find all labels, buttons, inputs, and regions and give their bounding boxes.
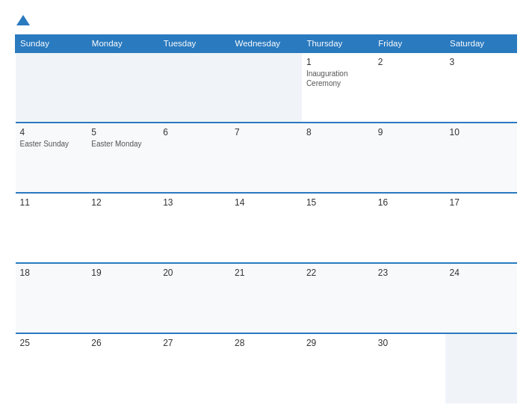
day-number: 16: [378, 197, 441, 208]
calendar-cell: 6: [158, 123, 230, 193]
calendar-cell: [230, 52, 302, 123]
calendar-cell: 20: [158, 263, 230, 333]
header: [15, 13, 517, 27]
calendar-cell: 9: [374, 123, 445, 193]
calendar-cell: 5Easter Monday: [87, 123, 158, 193]
calendar-cell: 11: [16, 193, 87, 263]
calendar-cell: [445, 333, 517, 404]
day-number: 27: [163, 338, 226, 348]
calendar-cell: 12: [87, 193, 158, 263]
calendar-cell: 22: [302, 263, 374, 333]
calendar-cell: 2: [374, 52, 445, 123]
day-number: 23: [378, 268, 441, 278]
logo: [15, 13, 30, 27]
day-number: 30: [378, 338, 441, 348]
calendar-cell: 18: [16, 263, 87, 333]
day-number: 2: [378, 57, 441, 67]
calendar-cell: 15: [302, 193, 374, 263]
event-text: Easter Sunday: [20, 140, 69, 148]
calendar-cell: 19: [87, 263, 158, 333]
logo-icon: [16, 13, 30, 27]
day-number: 28: [235, 338, 297, 348]
day-number: 14: [235, 197, 297, 208]
day-number: 9: [378, 127, 441, 137]
day-number: 25: [20, 338, 83, 348]
calendar-table: SundayMondayTuesdayWednesdayThursdayFrid…: [15, 34, 517, 404]
event-text: Easter Monday: [91, 140, 141, 148]
weekday-header-tuesday: Tuesday: [158, 35, 230, 53]
calendar-cell: 26: [87, 333, 158, 404]
calendar-cell: 3: [445, 52, 517, 123]
day-number: 15: [306, 197, 369, 208]
day-number: 8: [306, 127, 369, 137]
weekday-header-friday: Friday: [374, 35, 445, 53]
day-number: 24: [450, 268, 513, 278]
day-number: 4: [20, 127, 83, 137]
calendar-cell: 14: [230, 193, 302, 263]
calendar-cell: [158, 52, 230, 123]
calendar-cell: 25: [16, 333, 87, 404]
week-row-5: 252627282930: [16, 333, 517, 404]
day-number: 22: [306, 268, 369, 278]
day-number: 7: [235, 127, 297, 137]
weekday-header-monday: Monday: [87, 35, 158, 53]
calendar-cell: 23: [374, 263, 445, 333]
weekday-header-thursday: Thursday: [302, 35, 374, 53]
day-number: 29: [306, 338, 369, 348]
day-number: 19: [91, 268, 154, 278]
calendar-cell: 29: [302, 333, 374, 404]
week-row-1: 1Inauguration Ceremony23: [16, 52, 517, 123]
event-text: Inauguration Ceremony: [306, 69, 348, 87]
week-row-4: 18192021222324: [16, 263, 517, 333]
weekday-header-wednesday: Wednesday: [230, 35, 302, 53]
calendar-cell: 8: [302, 123, 374, 193]
day-number: 1: [306, 57, 369, 67]
calendar-cell: 24: [445, 263, 517, 333]
calendar-cell: 4Easter Sunday: [16, 123, 87, 193]
day-number: 26: [91, 338, 154, 348]
calendar-page: SundayMondayTuesdayWednesdayThursdayFrid…: [0, 0, 532, 411]
calendar-cell: [87, 52, 158, 123]
week-row-3: 11121314151617: [16, 193, 517, 263]
day-number: 20: [163, 268, 226, 278]
calendar-cell: 30: [374, 333, 445, 404]
day-number: 11: [20, 197, 83, 208]
calendar-cell: [16, 52, 87, 123]
calendar-cell: 21: [230, 263, 302, 333]
calendar-cell: 13: [158, 193, 230, 263]
weekday-header-row: SundayMondayTuesdayWednesdayThursdayFrid…: [16, 35, 517, 53]
weekday-header-sunday: Sunday: [16, 35, 87, 53]
weekday-header-saturday: Saturday: [445, 35, 517, 53]
day-number: 18: [20, 268, 83, 278]
day-number: 17: [450, 197, 513, 208]
calendar-cell: 28: [230, 333, 302, 404]
calendar-cell: 7: [230, 123, 302, 193]
day-number: 10: [450, 127, 513, 137]
calendar-cell: 1Inauguration Ceremony: [302, 52, 374, 123]
day-number: 6: [163, 127, 226, 137]
day-number: 5: [91, 127, 154, 137]
day-number: 12: [91, 197, 154, 208]
day-number: 21: [235, 268, 297, 278]
day-number: 13: [163, 197, 226, 208]
calendar-cell: 17: [445, 193, 517, 263]
day-number: 3: [450, 57, 513, 67]
calendar-cell: 16: [374, 193, 445, 263]
calendar-cell: 27: [158, 333, 230, 404]
week-row-2: 4Easter Sunday5Easter Monday678910: [16, 123, 517, 193]
calendar-cell: 10: [445, 123, 517, 193]
svg-marker-0: [16, 15, 30, 25]
